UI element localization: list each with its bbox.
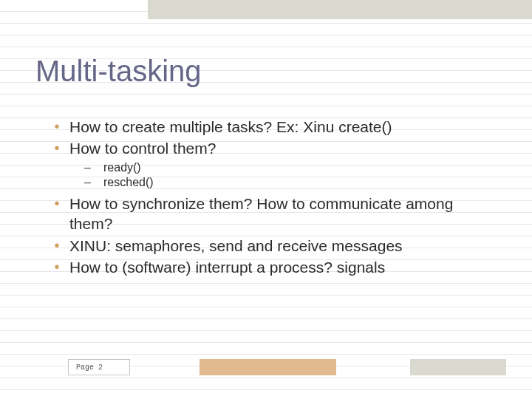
bullet-icon: •: [44, 138, 69, 158]
dash-icon: –: [84, 160, 103, 176]
bullet-icon: •: [44, 236, 69, 256]
page-number-label: Page 2: [76, 364, 103, 372]
sub-bullet-text: ready(): [103, 160, 495, 176]
sub-bullet-item: – resched(): [84, 175, 495, 191]
slide-title: Multi-tasking: [35, 55, 202, 88]
bullet-item: • How to synchronize them? How to commun…: [44, 194, 495, 234]
bullet-text: How to control them?: [69, 138, 495, 158]
bullet-item: • How to (software) interrupt a process?…: [44, 257, 495, 277]
dash-icon: –: [84, 175, 103, 191]
footer-accent-tan: [200, 359, 336, 375]
bullet-text: XINU: semaphores, send and receive messa…: [69, 236, 495, 256]
bullet-text: How to create multiple tasks? Ex: Xinu c…: [69, 117, 495, 137]
sub-bullet-item: – ready(): [84, 160, 495, 176]
bullet-text: How to (software) interrupt a process? s…: [69, 257, 495, 277]
sub-bullet-text: resched(): [103, 175, 495, 191]
top-banner-decoration: [148, 0, 532, 19]
page-number-box: Page 2: [68, 359, 130, 375]
bullet-item: • XINU: semaphores, send and receive mes…: [44, 236, 495, 256]
bullet-text: How to synchronize them? How to communic…: [69, 194, 495, 234]
footer-accent-gray: [410, 359, 506, 375]
slide-content: • How to create multiple tasks? Ex: Xinu…: [44, 117, 495, 279]
bullet-item: • How to create multiple tasks? Ex: Xinu…: [44, 117, 495, 137]
bullet-icon: •: [44, 194, 69, 214]
bullet-icon: •: [44, 257, 69, 277]
bullet-icon: •: [44, 117, 69, 137]
bullet-item: • How to control them?: [44, 138, 495, 158]
